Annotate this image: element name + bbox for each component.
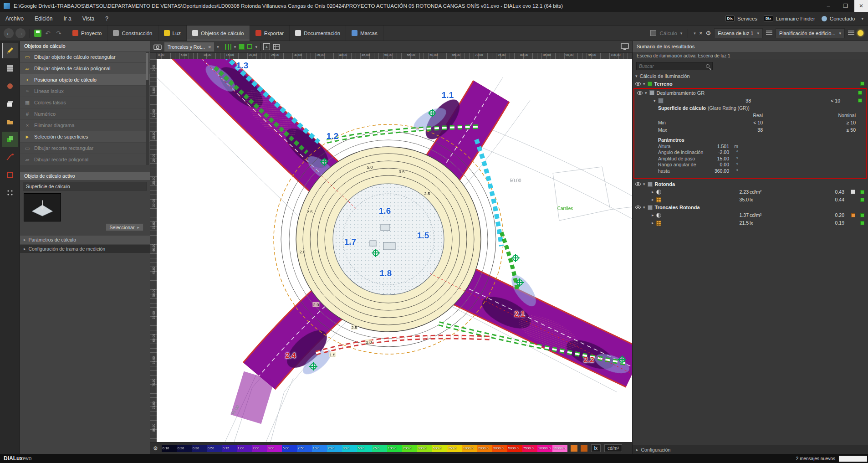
edit-icon[interactable] <box>851 190 855 194</box>
menu-archivo[interactable]: Archivo <box>0 12 29 25</box>
unit-lx-button[interactable]: lx <box>591 444 601 452</box>
export-region-icon[interactable] <box>2 167 18 183</box>
node-calculo-de-iluminacion[interactable]: ▾Cálculo de iluminación <box>633 72 868 80</box>
mode-tab-objetos-de-calculo[interactable]: Objetos de cálculo <box>187 26 250 41</box>
scale-settings-gear-icon[interactable]: ⚙ <box>153 445 158 452</box>
visibility-eye-icon[interactable] <box>637 91 643 95</box>
undo-icon[interactable]: ↶ <box>43 30 52 37</box>
close-button[interactable]: ✕ <box>854 0 868 12</box>
scale-color-button-2[interactable] <box>581 445 587 452</box>
marks-icon[interactable] <box>2 185 18 201</box>
calc-split-chevron-icon[interactable]: ▾ <box>694 31 696 36</box>
expand-chevron-icon[interactable]: ▾ <box>635 74 638 78</box>
mode-tab-marcas[interactable]: Marcas <box>346 26 383 41</box>
row-gr-summary[interactable]: ▾38< 10 <box>634 97 866 104</box>
scene-grid-icon[interactable] <box>766 31 772 36</box>
files-icon[interactable] <box>2 114 18 129</box>
conectado-chevron-icon[interactable]: ▾ <box>861 16 863 21</box>
mode-tab-construccion[interactable]: Construcción <box>107 26 158 41</box>
mode-tab-proyecto[interactable]: Proyecto <box>67 26 107 41</box>
tool-dibujar-objeto-de-calculo-rectangular[interactable]: ▭Dibujar objeto de cálculo rectangular <box>20 51 150 62</box>
calc-surface-outline-icon[interactable] <box>247 44 252 49</box>
expand-chevron-icon[interactable]: ▸ <box>652 190 654 194</box>
select-object-button[interactable]: Seleccionar ▸ <box>106 223 143 231</box>
unit-cdm2-button[interactable]: cd/m² <box>604 444 622 452</box>
tool-dibujar-objeto-de-calculo-poligonal[interactable]: ▱Dibujar objeto de cálculo poligonal <box>20 63 150 74</box>
view-tab-chevron-icon[interactable]: ▾ <box>217 45 219 49</box>
building-planning-select[interactable]: Planificación de edificio... ▾ <box>776 28 845 38</box>
services-link[interactable]: Services <box>737 16 757 21</box>
calculation-objects-icon[interactable] <box>2 132 18 147</box>
visibility-eye-icon[interactable] <box>635 182 641 186</box>
scale-segment: 75.0 <box>372 445 387 452</box>
cancel-calculation-button[interactable]: × <box>699 30 703 36</box>
objects-icon[interactable] <box>2 96 18 112</box>
result-row-rotonda-lx[interactable]: ▸35.0lx0.44 <box>633 196 868 204</box>
mode-tab-documentacion[interactable]: Documentación <box>290 26 346 41</box>
draw-tools-icon[interactable] <box>2 43 18 58</box>
tool-posicionar-objeto-de-calculo[interactable]: •Posicionar objeto de cálculo <box>20 74 150 85</box>
scale-color-button-1[interactable] <box>571 445 577 452</box>
cad-viewport[interactable]: 0,005,0010,0015,0020,0025,0030,0035,0040… <box>150 59 632 442</box>
active-object-type-field[interactable]: Superficie de cálculo <box>23 182 147 190</box>
configuration-bar[interactable]: ▸ Configuración <box>633 445 868 454</box>
conectado-dropdown[interactable]: Conectado <box>830 16 855 21</box>
tools-scrollbar[interactable] <box>146 52 149 165</box>
node-troncales-rotonda[interactable]: ▾Troncales Rotonda <box>633 204 868 211</box>
maximize-button[interactable]: ❒ <box>837 0 854 12</box>
expand-chevron-icon[interactable]: ▸ <box>652 221 654 225</box>
expand-chevron-icon[interactable]: ▾ <box>643 82 645 86</box>
lightbulb-icon[interactable] <box>858 30 863 36</box>
node-rotonda[interactable]: ▾Rotonda <box>633 180 868 188</box>
menu-item[interactable]: ? <box>100 12 114 25</box>
save-icon[interactable] <box>34 30 41 37</box>
furniture-icon[interactable] <box>2 61 18 76</box>
tool-seleccion-de-superficies[interactable]: ►Selección de superficies <box>20 131 150 142</box>
node-deslumbramiento-gr[interactable]: ▾Deslumbramiento GR <box>634 89 866 97</box>
cables-icon[interactable] <box>2 149 18 165</box>
grid-display-chevron-icon[interactable]: ▾ <box>234 45 236 49</box>
light-scene-select[interactable]: Escena de luz 1 ▾ <box>714 28 763 38</box>
view-tab-close-icon[interactable]: × <box>208 44 211 50</box>
forward-button[interactable]: → <box>15 28 26 38</box>
result-row-troncales-rotonda-cd-m[interactable]: ▸1.37cd/m²0.20 <box>633 211 868 219</box>
menu-edicion[interactable]: Edición <box>29 12 58 25</box>
materials-icon[interactable] <box>2 78 18 94</box>
menu-vista[interactable]: Vista <box>77 12 100 25</box>
result-row-troncales-rotonda-lx[interactable]: ▸21.5lx0.19 <box>633 219 868 227</box>
results-search-input[interactable] <box>637 63 706 69</box>
redo-icon[interactable]: ↷ <box>54 30 63 37</box>
mode-tab-exportar[interactable]: Exportar <box>250 26 290 41</box>
luminaire-finder-link[interactable]: Luminaire Finder <box>776 16 815 21</box>
grid-display-icon[interactable] <box>225 44 231 50</box>
select-object-chevron-icon: ▸ <box>137 225 139 230</box>
visibility-eye-icon[interactable] <box>635 82 641 86</box>
calc-surface-chevron-icon[interactable]: ▾ <box>255 45 257 49</box>
expand-chevron-icon[interactable]: ▾ <box>645 91 647 95</box>
calc-surface-preview[interactable] <box>24 193 61 221</box>
snap-grid-icon[interactable] <box>273 44 280 50</box>
result-row-rotonda-cd-m[interactable]: ▸2.23cd/m²0.43 <box>633 188 868 196</box>
expand-chevron-icon[interactable]: ▸ <box>652 197 654 202</box>
scale-segment: 200.0 <box>402 445 417 452</box>
mode-tab-luz[interactable]: Luz <box>158 26 187 41</box>
expand-chevron-icon[interactable]: ▸ <box>652 213 654 217</box>
expand-chevron-icon[interactable]: ▾ <box>654 98 656 103</box>
view-tab-troncales[interactable]: Troncales y Rot... × <box>164 42 214 51</box>
visibility-eye-icon[interactable] <box>635 206 641 209</box>
calc-surface-filled-icon[interactable] <box>239 44 245 50</box>
messages-link[interactable]: 2 mensajes nuevos <box>796 456 835 461</box>
expand-chevron-icon[interactable]: ▾ <box>643 182 645 186</box>
table-view-icon[interactable] <box>848 31 854 36</box>
menu-ir-a[interactable]: Ir a <box>58 12 77 25</box>
node-terreno[interactable]: ▾Terreno <box>633 80 868 87</box>
calc-dropdown-chevron-icon[interactable]: ▾ <box>680 31 683 36</box>
fit-view-icon[interactable]: + <box>263 43 270 50</box>
minimize-button[interactable]: – <box>820 0 837 12</box>
expand-chevron-icon[interactable]: ▾ <box>643 205 645 210</box>
monitor-icon[interactable] <box>621 43 629 50</box>
section-parametros-de-calculo[interactable]: ▸ Parámetros de cálculo <box>20 236 150 244</box>
back-button[interactable]: ← <box>4 28 14 38</box>
settings-gear-icon[interactable]: ⚙ <box>705 30 711 36</box>
section-configuracion-trama[interactable]: ▸ Configuración de trama de medición <box>20 245 150 253</box>
